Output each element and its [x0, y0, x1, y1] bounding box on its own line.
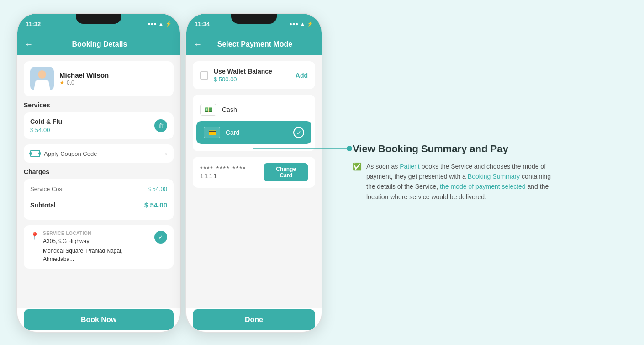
book-now-button[interactable]: Book Now [24, 309, 174, 330]
payment-mode-phone: 11:34 ●●● ▲ ⚡ ← Select Payment Mode Use … [185, 13, 322, 333]
wallet-info: Use Wallet Balance $ 500.00 [214, 68, 272, 83]
done-button[interactable]: Done [193, 309, 315, 330]
right-phone-bottom: Done [186, 308, 322, 332]
provider-name: Michael Wilson [59, 71, 109, 79]
provider-card: Michael Wilson ★ 0.0 [24, 61, 174, 96]
wifi-icon: ▲ [158, 21, 164, 27]
subtotal-label: Subtotal [30, 202, 56, 209]
service-price: $ 54.00 [30, 127, 62, 133]
right-content: Use Wallet Balance $ 500.00 Add 💵 Cash 💳… [186, 55, 322, 308]
right-header: ← Select Payment Mode [186, 34, 322, 55]
service-cost-value: $ 54.00 [148, 186, 167, 192]
annotation-block: View Booking Summary and Pay ✅ As soon a… [347, 143, 554, 202]
status-icons: ●●● ▲ ⚡ [148, 21, 172, 27]
right-signal-icon: ●●● [289, 21, 298, 27]
wallet-left: Use Wallet Balance $ 500.00 [200, 68, 272, 83]
cash-option[interactable]: 💵 Cash [193, 98, 315, 121]
wallet-card: Use Wallet Balance $ 500.00 Add [193, 61, 315, 89]
right-wifi-icon: ▲ [300, 21, 305, 27]
left-phone-footer [17, 332, 180, 333]
card-number-row: **** **** **** 1111 Change Card [193, 157, 315, 188]
change-card-button[interactable]: Change Card [264, 163, 308, 181]
service-card: Cold & Flu $ 54.00 🗑 [24, 112, 174, 139]
location-line1: A305,S.G Highway [43, 237, 154, 245]
coupon-chevron-icon: › [165, 150, 167, 157]
left-status-bar: 11:32 ●●● ▲ ⚡ [17, 14, 180, 34]
service-location-label: SERVICE LOCATION [43, 231, 154, 236]
right-notch [231, 14, 277, 24]
left-phone-bottom: Book Now [17, 308, 180, 332]
right-back-button[interactable]: ← [194, 40, 202, 49]
cash-label: Cash [222, 106, 237, 113]
right-time: 11:34 [195, 21, 210, 27]
wallet-amount: $ 500.00 [214, 76, 272, 83]
service-cost-label: Service Cost [30, 186, 64, 192]
divider [30, 197, 167, 197]
avatar-head [38, 70, 46, 79]
subtotal-row: Subtotal $ 54.00 [30, 201, 167, 209]
location-check-icon: ✓ [154, 231, 167, 244]
right-page-title: Select Payment Mode [206, 40, 303, 48]
star-icon: ★ [59, 79, 65, 86]
right-battery-icon: ⚡ [307, 21, 313, 27]
left-page-title: Booking Details [37, 40, 162, 48]
card-option-left: 💳 Card [204, 127, 239, 138]
wallet-title: Use Wallet Balance [214, 68, 272, 75]
left-content: Michael Wilson ★ 0.0 Services Cold & Flu… [17, 55, 180, 308]
left-back-button[interactable]: ← [25, 40, 33, 49]
service-name: Cold & Flu [30, 118, 62, 125]
card-option[interactable]: 💳 Card ✓ [196, 121, 311, 144]
service-info: Cold & Flu $ 54.00 [30, 118, 62, 133]
location-card: 📍 SERVICE LOCATION A305,S.G Highway Mond… [24, 225, 174, 269]
highlight-booking: Booking Summary [468, 173, 520, 180]
location-pin-icon: 📍 [30, 232, 39, 263]
right-status-bar: 11:34 ●●● ▲ ⚡ [186, 14, 322, 34]
rating-value: 0.0 [67, 80, 74, 86]
signal-icon: ●●● [148, 21, 157, 27]
annotation-check-icon: ✅ [353, 162, 362, 202]
avatar [30, 67, 54, 90]
card-icon: 💳 [204, 127, 220, 138]
avatar-coat [34, 80, 50, 90]
left-time: 11:32 [26, 21, 41, 27]
coupon-left: Apply Coupon Code [30, 150, 97, 157]
services-label: Services [24, 101, 174, 109]
card-number: **** **** **** 1111 [200, 165, 264, 180]
connector-line [253, 142, 359, 155]
right-phone-footer [186, 332, 322, 333]
notch [76, 14, 121, 24]
coupon-icon [30, 150, 40, 157]
annotation-title: View Booking Summary and Pay [353, 143, 554, 155]
annotation-body: ✅ As soon as Patient books the Service a… [353, 161, 554, 202]
annotation-text: As soon as Patient books the Service and… [366, 161, 554, 202]
card-selected-icon: ✓ [293, 127, 304, 138]
service-cost-row: Service Cost $ 54.00 [30, 186, 167, 192]
highlight-payment: the mode of payment selected [440, 183, 526, 191]
charges-card: Service Cost $ 54.00 Subtotal $ 54.00 [24, 179, 174, 220]
cash-icon: 💵 [200, 104, 216, 116]
provider-info: Michael Wilson ★ 0.0 [59, 71, 109, 86]
coupon-row[interactable]: Apply Coupon Code › [24, 144, 174, 163]
location-left: 📍 SERVICE LOCATION A305,S.G Highway Mond… [30, 231, 154, 263]
right-status-icons: ●●● ▲ ⚡ [289, 21, 313, 27]
highlight-patient: Patient [400, 163, 420, 170]
charges-label: Charges [24, 168, 174, 175]
coupon-label: Apply Coupon Code [44, 150, 97, 157]
booking-details-phone: 11:32 ●●● ▲ ⚡ ← Booking Details Michael … [16, 13, 181, 333]
location-line2: Mondeal Square, Prahlad Nagar, Ahmedaba.… [43, 247, 154, 263]
location-info: SERVICE LOCATION A305,S.G Highway Mondea… [43, 231, 154, 263]
subtotal-value: $ 54.00 [144, 201, 167, 209]
provider-rating: ★ 0.0 [59, 79, 109, 86]
battery-icon: ⚡ [165, 21, 172, 27]
left-header: ← Booking Details [17, 34, 180, 55]
avatar-figure [33, 69, 51, 90]
cash-option-left: 💵 Cash [200, 104, 237, 116]
card-label: Card [226, 129, 239, 136]
delete-service-button[interactable]: 🗑 [154, 119, 167, 132]
add-wallet-button[interactable]: Add [296, 72, 308, 79]
wallet-checkbox[interactable] [200, 71, 208, 80]
